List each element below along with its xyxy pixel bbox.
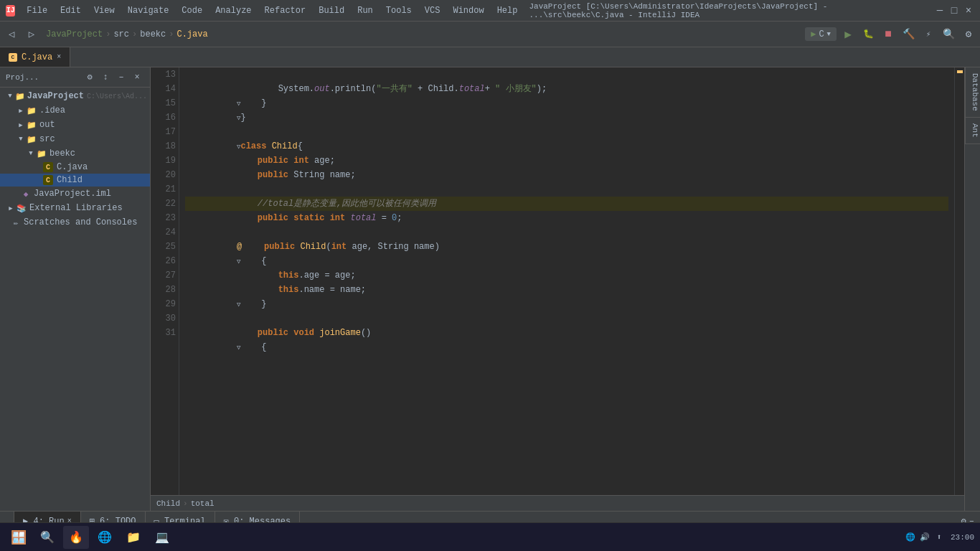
toolbar-back-button[interactable]: ◁ <box>3 26 20 43</box>
code-line-24: @ public Child(int age, String name) <box>185 225 948 240</box>
run-button[interactable]: ▶ <box>839 26 857 43</box>
menu-file[interactable]: File <box>21 4 53 17</box>
tree-item-src[interactable]: ▼ 📁 src <box>0 132 150 146</box>
close-button[interactable]: × <box>963 5 974 17</box>
sidebar-title: Proj... <box>6 73 39 82</box>
menu-run[interactable]: Run <box>352 4 379 17</box>
toolbar-forward-button[interactable]: ▷ <box>23 26 40 43</box>
folder-icon-src: 📁 <box>26 133 37 145</box>
taskbar-chrome-icon[interactable]: 🌐 <box>92 526 118 549</box>
tray-battery-icon[interactable]: ⬆ <box>933 532 945 543</box>
code-line-30: public void joinGame() <box>185 311 948 326</box>
tab-c-java[interactable]: C C.java × <box>0 47 70 67</box>
menu-build[interactable]: Build <box>313 4 350 17</box>
project-tree: ▼ 📁 JavaProject C:\Users\Ad... ▶ 📁 .idea… <box>0 88 150 511</box>
windows-start-button[interactable]: 🪟 <box>6 526 32 549</box>
tree-item-extlib[interactable]: ▶ 📚 External Libraries <box>0 201 150 215</box>
tray-network-icon[interactable]: 🌐 <box>905 532 916 543</box>
taskbar-app4-icon[interactable]: 💻 <box>149 526 175 549</box>
titlebar: IJ File Edit View Navigate Code Analyze … <box>0 0 980 22</box>
sidebar-close-icon[interactable]: × <box>130 70 144 85</box>
tree-label-out: out <box>39 120 55 130</box>
maximize-button[interactable]: □ <box>948 5 960 17</box>
menu-tools[interactable]: Tools <box>380 4 418 17</box>
tree-arrow-src: ▼ <box>16 136 26 143</box>
code-area[interactable]: 13 14 15 16 17 18 19 20 21 22 23 24 25 2… <box>151 67 964 495</box>
line-num-27: 27 <box>154 268 176 283</box>
run-coverage-button[interactable]: ⚡ <box>920 26 937 43</box>
tree-item-javaproject[interactable]: ▼ 📁 JavaProject C:\Users\Ad... <box>0 89 150 103</box>
sidebar-collapse-icon[interactable]: – <box>114 70 128 85</box>
menu-navigate[interactable]: Navigate <box>122 4 175 17</box>
extlib-icon: 📚 <box>16 202 27 214</box>
taskbar-intellij[interactable]: 🔥 <box>63 526 89 549</box>
window-controls: ─ □ × <box>934 5 974 17</box>
line-num-18: 18 <box>154 139 176 154</box>
menu-view[interactable]: View <box>88 4 121 17</box>
settings-button[interactable]: ⚙ <box>960 26 977 43</box>
menu-bar: File Edit View Navigate Code Analyze Ref… <box>21 4 523 17</box>
windows-taskbar: 🪟 🔍 🔥 🌐 📁 💻 🌐 🔊 ⬆ 23:00 <box>0 522 980 551</box>
menu-analyze[interactable]: Analyze <box>209 4 257 17</box>
tab-c-java-close[interactable]: × <box>57 53 61 61</box>
menu-help[interactable]: Help <box>491 4 524 17</box>
taskbar-explorer-icon[interactable]: 📁 <box>121 526 146 549</box>
ed-bc-child[interactable]: Child <box>156 499 180 508</box>
breadcrumb-src[interactable]: src <box>113 29 129 39</box>
tree-item-idea[interactable]: ▶ 📁 .idea <box>0 103 150 118</box>
sidebar-header: Proj... ⚙ ↕ – × <box>0 67 150 88</box>
line-num-16: 16 <box>154 110 176 125</box>
code-line-15: ▽} <box>185 96 948 110</box>
code-line-16 <box>185 110 948 125</box>
tray-volume-icon[interactable]: 🔊 <box>919 532 930 543</box>
line-num-13: 13 <box>154 67 176 82</box>
database-label[interactable]: Database <box>965 67 980 118</box>
tree-item-beekc[interactable]: ▼ 📁 beekc <box>0 146 150 161</box>
menu-edit[interactable]: Edit <box>55 4 87 17</box>
breadcrumb-beekc[interactable]: beekc <box>140 29 166 39</box>
tree-item-cjava[interactable]: C C.java <box>0 161 150 174</box>
breadcrumb-file[interactable]: C.java <box>176 29 207 39</box>
folder-icon-out: 📁 <box>26 119 37 131</box>
ant-label[interactable]: Ant <box>965 118 980 144</box>
sidebar-sort-icon[interactable]: ↕ <box>98 70 113 85</box>
taskbar-right: 🌐 🔊 ⬆ 23:00 <box>905 532 974 543</box>
code-line-29 <box>185 297 948 311</box>
code-content[interactable]: System.out.println("一共有" + Child.total+ … <box>179 67 954 495</box>
taskbar-time: 23:00 <box>951 533 974 542</box>
folder-icon-idea: 📁 <box>26 105 37 116</box>
menu-window[interactable]: Window <box>447 4 489 17</box>
breadcrumb-project[interactable]: JavaProject <box>46 29 103 39</box>
code-line-13: System.out.println("一共有" + Child.total+ … <box>185 67 948 82</box>
debug-button[interactable]: 🐛 <box>859 26 877 43</box>
menu-code[interactable]: Code <box>176 4 208 17</box>
menu-refactor[interactable]: Refactor <box>259 4 312 17</box>
right-gutter <box>954 67 964 495</box>
tree-item-iml[interactable]: ◆ JavaProject.iml <box>0 187 150 201</box>
breadcrumb-sep1: › <box>105 29 110 39</box>
child-java-icon: C <box>43 175 53 185</box>
taskbar-search-button[interactable]: 🔍 <box>34 526 60 549</box>
run-config[interactable]: ▶ C ▼ <box>805 27 837 41</box>
build-button[interactable]: 🔨 <box>900 26 917 43</box>
stop-button[interactable]: ■ <box>880 26 897 43</box>
tree-label-javaproject: JavaProject <box>27 91 84 101</box>
menu-vcs[interactable]: VCS <box>419 4 446 17</box>
sidebar-gear-icon[interactable]: ⚙ <box>83 70 97 85</box>
tree-arrow-extlib: ▶ <box>6 204 16 212</box>
minimize-button[interactable]: ─ <box>934 5 946 17</box>
tree-item-scratches[interactable]: ✏ Scratches and Consoles <box>0 215 150 230</box>
tree-item-child[interactable]: C Child <box>0 174 150 187</box>
java-c-icon: C <box>43 162 53 172</box>
ed-bc-total[interactable]: total <box>191 499 215 508</box>
tree-arrow-javaproject: ▼ <box>6 93 15 100</box>
breadcrumb-sep2: › <box>132 29 137 39</box>
main-content: Proj... ⚙ ↕ – × ▼ 📁 JavaProject C:\Users… <box>0 67 980 511</box>
line-num-24: 24 <box>154 225 176 240</box>
line-num-28: 28 <box>154 283 176 297</box>
tree-label-child: Child <box>57 175 83 185</box>
search-everywhere-button[interactable]: 🔍 <box>940 26 957 43</box>
tree-item-out[interactable]: ▶ 📁 out <box>0 118 150 132</box>
line-num-21: 21 <box>154 182 176 197</box>
line-num-15: 15 <box>154 96 176 110</box>
